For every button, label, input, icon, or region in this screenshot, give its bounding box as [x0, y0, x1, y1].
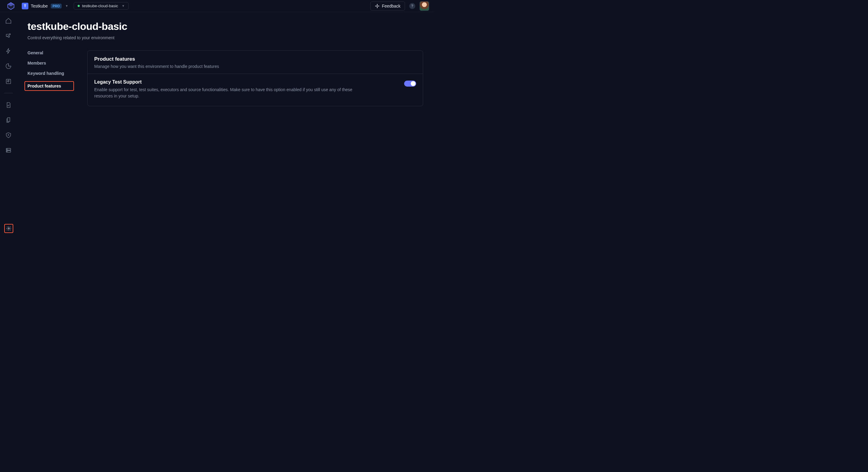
settings-button[interactable] — [4, 224, 13, 233]
chevron-down-icon: ▼ — [65, 4, 68, 7]
svg-rect-2 — [375, 6, 377, 6]
settings-nav-product-features[interactable]: Product features — [25, 81, 74, 91]
gear-icon — [6, 226, 11, 231]
feedback-button[interactable]: Feedback — [370, 1, 405, 10]
legacy-test-support-toggle[interactable] — [404, 80, 416, 87]
page-title: testkube-cloud-basic — [28, 21, 423, 32]
svg-point-7 — [8, 135, 9, 135]
content-row: General Members Keyword handling Product… — [28, 50, 423, 106]
help-button[interactable]: ? — [409, 3, 415, 9]
chart-pie-icon[interactable] — [5, 63, 12, 69]
main-content: testkube-cloud-basic Control everything … — [17, 12, 434, 236]
svg-point-12 — [8, 228, 10, 229]
environment-name-label: testkube-cloud-basic — [82, 4, 118, 8]
settings-nav-general[interactable]: General — [28, 50, 73, 55]
panel-header: Product features Manage how you want thi… — [88, 51, 423, 74]
feature-text: Legacy Test Support Enable support for t… — [94, 79, 354, 99]
org-name-label: Testkube — [31, 4, 48, 8]
chevron-down-icon: ▼ — [122, 4, 125, 7]
status-dot-icon — [78, 5, 80, 7]
settings-nav: General Members Keyword handling Product… — [28, 50, 73, 106]
feature-description: Enable support for test, test suites, ex… — [94, 87, 354, 99]
topbar-right: Feedback ? — [370, 1, 429, 11]
panel-body: Legacy Test Support Enable support for t… — [88, 74, 423, 106]
rail-divider — [4, 93, 13, 93]
topbar: T Testkube PRO ▼ testkube-cloud-basic ▼ … — [0, 0, 434, 12]
user-avatar[interactable] — [420, 1, 429, 11]
files-icon[interactable] — [5, 117, 12, 124]
svg-rect-3 — [377, 6, 379, 6]
home-icon[interactable] — [5, 18, 12, 24]
sidebar-rail — [0, 12, 17, 236]
svg-point-11 — [7, 151, 7, 151]
org-avatar: T — [22, 3, 28, 9]
environment-selector[interactable]: testkube-cloud-basic ▼ — [74, 2, 129, 10]
settings-nav-keyword-handling[interactable]: Keyword handling — [28, 71, 73, 76]
svg-rect-1 — [377, 6, 377, 8]
svg-rect-0 — [377, 4, 377, 6]
shield-icon[interactable] — [5, 132, 12, 138]
app-logo[interactable] — [5, 0, 17, 12]
plan-badge: PRO — [51, 4, 62, 8]
org-selector[interactable]: T Testkube PRO ▼ — [22, 3, 68, 9]
activity-icon[interactable] — [5, 78, 12, 85]
page-subtitle: Control everything related to your envir… — [28, 35, 423, 40]
workflow-icon[interactable] — [5, 33, 12, 39]
svg-point-10 — [7, 149, 7, 149]
server-icon[interactable] — [5, 147, 12, 154]
settings-nav-members[interactable]: Members — [28, 61, 73, 66]
panel-title: Product features — [94, 56, 416, 62]
feature-title: Legacy Test Support — [94, 79, 354, 85]
logo-icon — [7, 2, 15, 10]
bolt-icon[interactable] — [5, 48, 12, 54]
product-features-panel: Product features Manage how you want thi… — [87, 50, 423, 106]
feedback-label: Feedback — [382, 4, 401, 8]
panel-description: Manage how you want this environment to … — [94, 64, 416, 69]
slack-icon — [375, 4, 380, 8]
svg-point-4 — [9, 34, 10, 35]
file-check-icon[interactable] — [5, 102, 12, 108]
